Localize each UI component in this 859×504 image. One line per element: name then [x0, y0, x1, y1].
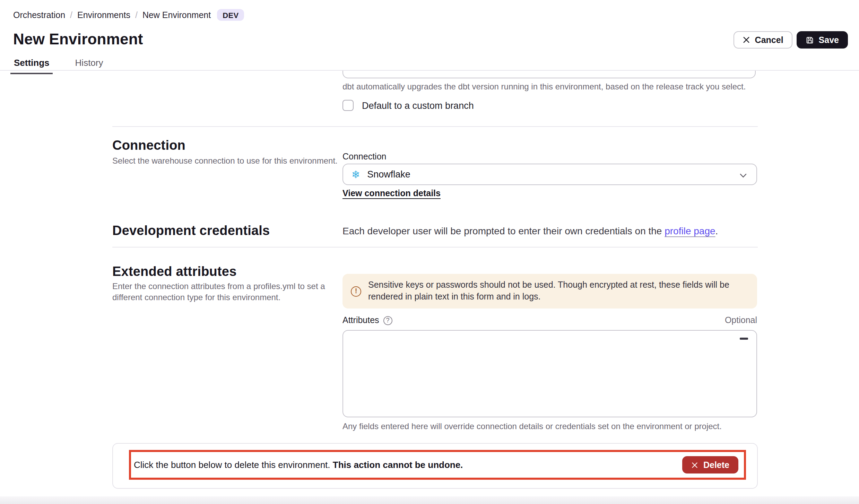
connection-select-value: Snowflake — [367, 169, 740, 180]
save-button-label: Save — [819, 35, 839, 45]
attributes-field-label: Attributes — [342, 315, 379, 325]
view-connection-details-link[interactable]: View connection details — [342, 189, 441, 198]
connection-field-label: Connection — [342, 152, 387, 162]
tab-bar: Settings History — [10, 58, 107, 74]
delete-environment-card: Click the button below to delete this en… — [112, 443, 758, 489]
breadcrumb-orchestration[interactable]: Orchestration — [13, 10, 65, 20]
tab-settings[interactable]: Settings — [10, 58, 53, 74]
connection-section-description: Select the warehouse connection to use f… — [112, 155, 338, 166]
app-window: Orchestration / Environments / New Envir… — [0, 0, 859, 504]
save-button[interactable]: Save — [797, 31, 848, 49]
release-track-input-cropped[interactable] — [342, 71, 756, 78]
x-icon — [692, 461, 699, 468]
release-track-helper-text: dbt automatically upgrades the dbt versi… — [342, 82, 746, 92]
cancel-button-label: Cancel — [755, 35, 783, 45]
development-credentials-heading: Development credentials — [112, 223, 270, 238]
development-credentials-text: Each developer user will be prompted to … — [342, 225, 718, 236]
profile-page-link[interactable]: profile page — [665, 225, 715, 236]
chevron-down-icon — [740, 168, 747, 181]
delete-description: Click the button below to delete this en… — [134, 460, 683, 470]
sensitive-keys-warning-banner: ! Sensitive keys or passwords should not… — [342, 274, 757, 309]
page-bottom-edge — [0, 496, 859, 504]
delete-description-bold: This action cannot be undone. — [333, 460, 463, 470]
connection-section-heading: Connection — [112, 138, 185, 153]
page-title: New Environment — [13, 31, 143, 49]
breadcrumb-separator: / — [70, 10, 72, 20]
help-icon[interactable]: ? — [383, 316, 392, 325]
delete-button-label: Delete — [703, 460, 729, 470]
warning-icon: ! — [351, 286, 361, 296]
delete-button[interactable]: Delete — [683, 456, 738, 473]
save-icon — [806, 36, 814, 44]
extended-attributes-description: Enter the connection attributes from a p… — [112, 281, 331, 303]
snowflake-icon: ❄ — [352, 169, 360, 180]
environment-settings-page: Orchestration / Environments / New Envir… — [0, 0, 859, 504]
attributes-field-header: Attributes ? Optional — [342, 315, 757, 325]
minus-icon[interactable] — [740, 338, 748, 340]
attributes-helper-text: Any fields entered here will override co… — [342, 422, 722, 431]
x-icon — [743, 36, 750, 44]
header-actions: Cancel Save — [734, 31, 848, 49]
credentials-text-before: Each developer user will be prompted to … — [342, 225, 665, 236]
delete-description-text: Click the button below to delete this en… — [134, 460, 333, 470]
environment-type-badge: DEV — [217, 9, 244, 21]
warning-text: Sensitive keys or passwords should not b… — [368, 279, 749, 303]
section-divider — [112, 126, 758, 127]
credentials-text-after: . — [715, 225, 718, 236]
delete-highlight-region: Click the button below to delete this en… — [129, 450, 746, 480]
connection-select[interactable]: ❄ Snowflake — [342, 164, 757, 185]
extended-attributes-heading: Extended attributes — [112, 264, 237, 279]
tab-history[interactable]: History — [72, 58, 107, 74]
optional-label: Optional — [725, 315, 757, 325]
cancel-button[interactable]: Cancel — [734, 31, 792, 49]
breadcrumb: Orchestration / Environments / New Envir… — [13, 9, 244, 21]
breadcrumb-separator: / — [135, 10, 138, 20]
custom-branch-row: Default to a custom branch — [342, 100, 474, 111]
breadcrumb-environments[interactable]: Environments — [77, 10, 130, 20]
custom-branch-checkbox[interactable] — [342, 100, 354, 111]
custom-branch-label: Default to a custom branch — [362, 100, 474, 111]
section-divider — [112, 247, 758, 247]
breadcrumb-new-environment[interactable]: New Environment — [142, 10, 211, 20]
attributes-textarea[interactable] — [342, 330, 757, 417]
